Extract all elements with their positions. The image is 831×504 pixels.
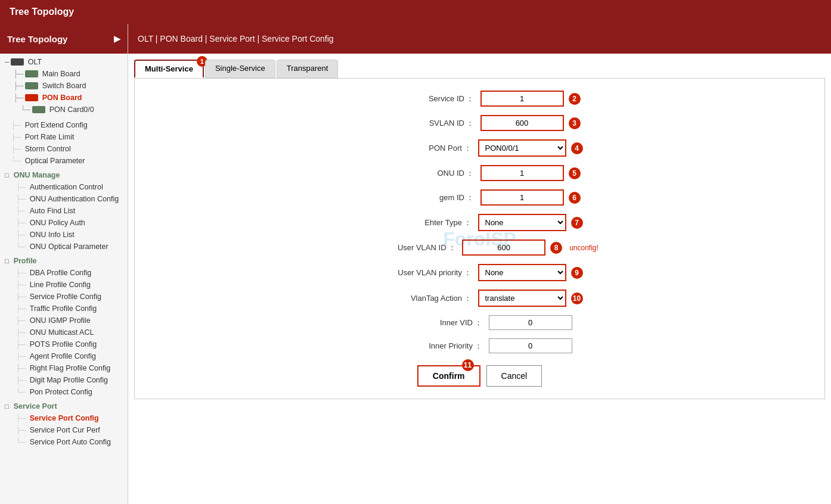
cancel-button[interactable]: Cancel — [486, 365, 542, 387]
menu-item-pon-protect[interactable]: └─ Pon Protect Config — [0, 386, 128, 398]
menu-item-optical[interactable]: └─ Optical Parameter — [0, 155, 128, 167]
inner-priority-input[interactable] — [489, 338, 572, 353]
menu-item-agent[interactable]: ├─ Agent Profile Config — [0, 350, 128, 362]
section-profile[interactable]: □ Profile — [0, 255, 128, 267]
tab-multi-service[interactable]: Multi-Service 1 — [134, 60, 204, 78]
tree-item-olt[interactable]: ─ OLT — [0, 54, 128, 68]
menu-item-port-extend[interactable]: ├─ Port Extend Config — [0, 119, 128, 131]
digit-map-profile-link: Digit Map Profile Config — [27, 375, 110, 385]
step-badge-7: 7 — [571, 217, 583, 229]
inner-vid-input[interactable] — [489, 315, 572, 330]
pon-port-label: PON Port ： — [377, 143, 472, 154]
svlan-id-input-wrap: 3 — [480, 115, 581, 131]
step-badge-11: 11 — [462, 359, 474, 371]
user-vlan-id-input[interactable] — [462, 239, 545, 256]
onu-id-label: ONU ID ： — [379, 168, 475, 179]
menu-item-onu-info[interactable]: ├─ ONU Info List — [0, 229, 128, 241]
inner-vid-input-wrap — [489, 315, 572, 330]
menu-item-onu-multicast[interactable]: ├─ ONU Multicast ACL — [0, 326, 128, 338]
service-port-section-link: Service Port — [11, 402, 60, 411]
gem-id-input[interactable] — [480, 189, 564, 206]
menu-item-onu-policy[interactable]: ├─ ONU Policy Auth — [0, 217, 128, 229]
step-badge-4: 4 — [571, 142, 583, 154]
traffic-profile-link: Traffic Profile Config — [27, 304, 100, 313]
tab-bar: Multi-Service 1 Single-Service Transpare… — [134, 60, 825, 78]
ehter-type-label: Ehter Type ： — [377, 217, 472, 228]
gem-id-row: gem ID ： 6 — [153, 189, 807, 206]
onu-manage-section-link: ONU Manage — [11, 170, 63, 180]
pon-card-link: PON Card0/0 — [47, 105, 97, 114]
menu-item-service-port-cur-perf[interactable]: ├─ Service Port Cur Perf — [0, 424, 128, 436]
port-rate-limit-link: Port Rate Limit — [23, 132, 77, 142]
menu-item-service-port-config[interactable]: ├─ Service Port Config — [0, 412, 128, 424]
menu-item-onu-optical[interactable]: └─ ONU Optical Parameter — [0, 241, 128, 253]
service-id-row: Service ID ： 2 — [153, 91, 807, 107]
step-badge-6: 6 — [569, 192, 581, 204]
onu-info-list-link: ONU Info List — [27, 230, 77, 239]
section-service-port[interactable]: □ Service Port — [0, 400, 128, 412]
form-panel: ForoISP Service ID ： 2 SVLAN ID ： 3 — [134, 78, 825, 399]
profile-section-link: Profile — [11, 256, 39, 266]
pon-port-select[interactable]: PON0/0/1 PON0/0/2 PON0/0/3 — [478, 139, 566, 157]
user-vlan-priority-row: User VLAN priority ： None 0 1 2 3 4 5 6 … — [153, 264, 807, 281]
menu-item-auth-control[interactable]: ├─ Authentication Control — [0, 181, 128, 193]
service-id-label: Service ID ： — [379, 94, 475, 104]
pon-board-link: PON Board — [40, 93, 85, 102]
ehter-type-select[interactable]: None 0x8100 0x88a8 0x9100 — [478, 214, 566, 231]
menu-item-right-flag[interactable]: ├─ Right Flag Profile Config — [0, 362, 128, 374]
sidebar-title: Tree Topology — [7, 34, 67, 44]
user-vlan-priority-label: User VLAN priority ： — [377, 267, 472, 278]
tab-transparent[interactable]: Transparent — [277, 60, 339, 78]
breadcrumb: OLT | PON Board | Service Port | Service… — [128, 24, 831, 54]
service-id-input-wrap: 2 — [480, 91, 581, 107]
tree-item-poncard[interactable]: └─ PON Card0/0 — [0, 104, 128, 116]
user-vlan-priority-select[interactable]: None 0 1 2 3 4 5 6 7 — [478, 264, 566, 281]
menu-item-line[interactable]: ├─ Line Profile Config — [0, 279, 128, 291]
ehter-type-row: Ehter Type ： None 0x8100 0x88a8 0x9100 7 — [153, 214, 807, 231]
sidebar-header: Tree Topology ▶ — [0, 24, 128, 54]
authentication-control-link: Authentication Control — [27, 182, 106, 192]
menu-item-onu-igmp[interactable]: ├─ ONU IGMP Profile — [0, 315, 128, 326]
inner-vid-row: Inner VID ： — [153, 315, 807, 330]
tab-multi-service-label: Multi-Service — [145, 64, 193, 73]
tree-item-ponboard[interactable]: ├─ PON Board — [0, 92, 128, 104]
step-badge-5: 5 — [569, 167, 581, 179]
step-badge-3: 3 — [569, 117, 581, 129]
vlantag-action-select[interactable]: translate add remove transparent — [478, 290, 566, 307]
menu-item-onu-auth-config[interactable]: ├─ ONU Authentication Config — [0, 193, 128, 205]
sidebar-collapse-icon[interactable]: ▶ — [114, 34, 120, 43]
gem-id-input-wrap: 6 — [480, 189, 581, 206]
service-port-cur-perf-link: Service Port Cur Perf — [27, 425, 103, 435]
pon-port-row: PON Port ： PON0/0/1 PON0/0/2 PON0/0/3 4 — [153, 139, 807, 157]
vlantag-action-label: VlanTag Action ： — [377, 293, 472, 304]
port-extend-config-link: Port Extend Config — [23, 120, 90, 130]
tab-single-service[interactable]: Single-Service — [205, 60, 275, 78]
main-board-link: Main Board — [40, 69, 83, 79]
svlan-id-input[interactable] — [480, 115, 564, 131]
service-profile-link: Service Profile Config — [27, 292, 104, 301]
user-vlan-id-label: User VLAN ID ： — [361, 242, 456, 253]
menu-item-dba[interactable]: ├─ DBA Profile Config — [0, 267, 128, 279]
menu-item-port-rate[interactable]: ├─ Port Rate Limit — [0, 131, 128, 143]
pon-protect-link: Pon Protect Config — [27, 387, 95, 397]
tree-item-mainboard[interactable]: ├─ Main Board — [0, 68, 128, 80]
main-content-area: OLT | PON Board | Service Port | Service… — [128, 24, 831, 504]
line-profile-link: Line Profile Config — [27, 280, 93, 290]
menu-item-service-port-auto-config[interactable]: └─ Service Port Auto Config — [0, 436, 128, 448]
dba-profile-link: DBA Profile Config — [27, 268, 94, 278]
onu-id-input[interactable] — [480, 165, 564, 181]
section-onu-manage[interactable]: □ ONU Manage — [0, 169, 128, 181]
svlan-id-row: SVLAN ID ： 3 — [153, 115, 807, 131]
tree-item-switchboard[interactable]: ├─ Switch Board — [0, 80, 128, 92]
service-id-input[interactable] — [480, 91, 564, 107]
user-vlan-id-input-wrap: 8 unconfig! — [462, 239, 599, 256]
menu-item-storm-control[interactable]: ├─ Storm Control — [0, 143, 128, 155]
inner-priority-label: Inner Priority ： — [387, 341, 483, 351]
menu-item-service-profile[interactable]: ├─ Service Profile Config — [0, 291, 128, 303]
menu-item-traffic[interactable]: ├─ Traffic Profile Config — [0, 303, 128, 315]
menu-item-digit-map[interactable]: ├─ Digit Map Profile Config — [0, 374, 128, 386]
menu-item-pots[interactable]: ├─ POTS Profile Config — [0, 338, 128, 350]
menu-item-auto-find[interactable]: ├─ Auto Find List — [0, 205, 128, 217]
onu-optical-param-link: ONU Optical Parameter — [27, 242, 111, 251]
svlan-id-label: SVLAN ID ： — [379, 118, 475, 129]
